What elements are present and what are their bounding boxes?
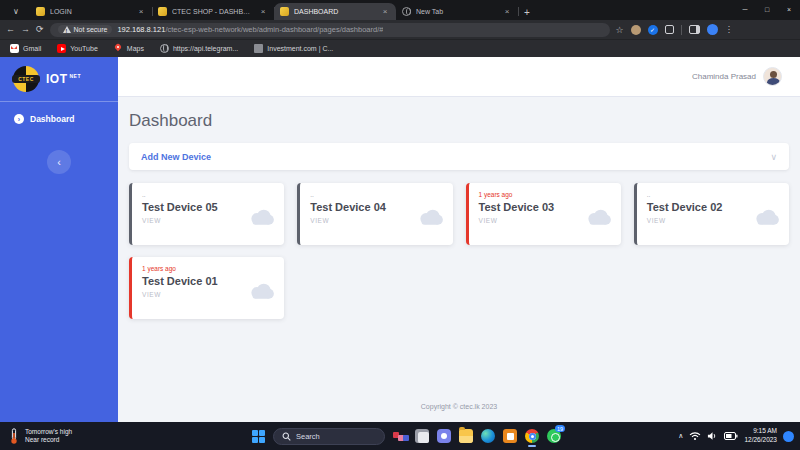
tab-new-tab[interactable]: New Tab × bbox=[396, 3, 518, 20]
ctec-logo-icon: CTEC bbox=[13, 66, 39, 92]
extension-check-icon[interactable]: ✓ bbox=[648, 25, 658, 35]
add-device-panel[interactable]: Add New Device ∨ bbox=[129, 143, 789, 170]
device-card: .. Test Device 05 VIEW bbox=[129, 183, 284, 245]
weather-widget[interactable]: Tomorrow's high Near record bbox=[0, 428, 72, 445]
maximize-button[interactable]: □ bbox=[756, 0, 778, 18]
tab-close-icon[interactable]: × bbox=[380, 7, 390, 16]
extension-icon[interactable] bbox=[631, 25, 641, 35]
active-app-indicator bbox=[528, 445, 536, 447]
tab-close-icon[interactable]: × bbox=[258, 7, 268, 16]
sidebar-collapse-button[interactable]: ‹ bbox=[47, 150, 71, 174]
brand-suffix: NET bbox=[70, 73, 82, 79]
tab-login[interactable]: LOGIN × bbox=[30, 3, 152, 20]
device-card-alert: 1 years ago Test Device 01 VIEW bbox=[129, 257, 284, 319]
file-explorer-icon[interactable] bbox=[459, 429, 473, 443]
security-chip[interactable]: ! Not secure bbox=[58, 25, 113, 34]
chevron-down-icon[interactable]: ∨ bbox=[770, 152, 777, 162]
battery-icon[interactable] bbox=[724, 432, 738, 440]
maps-pin-icon bbox=[114, 44, 123, 53]
new-tab-button[interactable]: + bbox=[524, 7, 530, 18]
volume-icon[interactable] bbox=[707, 431, 718, 441]
reload-button[interactable]: ⟳ bbox=[36, 25, 44, 34]
brand-name: IOTNET bbox=[46, 72, 81, 86]
whatsapp-icon[interactable]: 19 bbox=[547, 429, 561, 443]
tab-dashboard-active[interactable]: DASHBOARD × bbox=[274, 3, 396, 20]
office-app-icon[interactable] bbox=[503, 429, 517, 443]
topbar: Chaminda Prasad bbox=[118, 57, 800, 97]
extension-square-icon[interactable] bbox=[665, 25, 674, 34]
tray-expand-icon[interactable]: ∧ bbox=[678, 432, 683, 440]
page-title: Dashboard bbox=[129, 111, 789, 131]
globe-icon bbox=[160, 44, 169, 53]
copyright-footer: Copyright © ctec.lk 2023 bbox=[129, 393, 789, 414]
taskbar-search[interactable]: Search bbox=[273, 428, 385, 445]
teams-chat-icon[interactable] bbox=[437, 429, 451, 443]
edge-browser-icon[interactable] bbox=[481, 429, 495, 443]
page-viewport: CTEC IOTNET › Dashboard ‹ Chaminda Prasa… bbox=[0, 57, 800, 422]
cloud-icon bbox=[248, 283, 275, 300]
system-tray: ∧ 9:15 AM 12/26/2023 bbox=[678, 427, 794, 445]
weather-text: Tomorrow's high Near record bbox=[25, 428, 72, 445]
taskbar-clock[interactable]: 9:15 AM 12/26/2023 bbox=[744, 427, 777, 445]
warning-icon: ! bbox=[63, 26, 71, 33]
search-icon bbox=[282, 432, 291, 441]
device-card: .. Test Device 04 VIEW bbox=[297, 183, 452, 245]
wifi-icon[interactable] bbox=[689, 431, 701, 441]
tab-ctec-shop[interactable]: CTEC SHOP - DASHBOARD × bbox=[152, 3, 274, 20]
thermometer-icon bbox=[9, 428, 19, 444]
sidebar-item-label: Dashboard bbox=[30, 114, 74, 124]
site-favicon bbox=[158, 7, 167, 16]
forward-button[interactable]: → bbox=[21, 25, 30, 34]
brand[interactable]: CTEC IOTNET bbox=[0, 57, 118, 101]
device-card: .. Test Device 02 VIEW bbox=[634, 183, 789, 245]
device-meta: 1 years ago bbox=[142, 265, 274, 273]
bookmark-investment[interactable]: Investment.com | C... bbox=[254, 44, 333, 53]
globe-favicon bbox=[402, 7, 411, 16]
tab-label: CTEC SHOP - DASHBOARD bbox=[172, 8, 253, 15]
browser-tab-strip: ∨ LOGIN × CTEC SHOP - DASHBOARD × DASHBO… bbox=[0, 0, 800, 20]
taskbar-center: Search 19 bbox=[252, 428, 561, 445]
device-meta: .. bbox=[310, 191, 442, 199]
sidebar-item-dashboard[interactable]: › Dashboard bbox=[0, 102, 118, 136]
tab-label: DASHBOARD bbox=[294, 8, 375, 15]
bookmark-gmail[interactable]: Gmail bbox=[10, 44, 41, 53]
window-controls: ─ □ × bbox=[734, 0, 800, 20]
screen: ∨ LOGIN × CTEC SHOP - DASHBOARD × DASHBO… bbox=[0, 0, 800, 450]
profile-avatar-icon[interactable] bbox=[707, 24, 718, 35]
tab-close-icon[interactable]: × bbox=[136, 7, 146, 16]
close-window-button[interactable]: × bbox=[778, 0, 800, 18]
add-device-label: Add New Device bbox=[141, 152, 211, 162]
user-avatar[interactable] bbox=[763, 67, 782, 86]
address-bar[interactable]: ! Not secure 192.168.8.121/ctec-esp-web-… bbox=[50, 23, 610, 37]
user-name[interactable]: Chaminda Prasad bbox=[692, 72, 756, 81]
tab-label: LOGIN bbox=[50, 8, 131, 15]
device-meta: .. bbox=[647, 191, 779, 199]
sidebar: CTEC IOTNET › Dashboard ‹ bbox=[0, 57, 118, 422]
start-button[interactable] bbox=[252, 430, 265, 443]
toolbar-actions: ☆ ✓ ⋮ bbox=[616, 24, 733, 35]
device-meta: .. bbox=[142, 191, 274, 199]
chrome-icon[interactable] bbox=[525, 429, 539, 443]
bookmark-youtube[interactable]: YouTube bbox=[57, 44, 98, 53]
security-label: Not secure bbox=[74, 26, 108, 33]
back-button[interactable]: ← bbox=[6, 25, 15, 34]
dashboard-icon: › bbox=[14, 114, 24, 124]
pinned-app-icon[interactable] bbox=[393, 429, 407, 443]
bookmark-maps[interactable]: Maps bbox=[114, 44, 144, 53]
notifications-badge[interactable] bbox=[783, 431, 794, 442]
task-view-icon[interactable] bbox=[415, 429, 429, 443]
browser-menu-icon[interactable]: ⋮ bbox=[725, 25, 733, 34]
minimize-button[interactable]: ─ bbox=[734, 0, 756, 18]
site-favicon bbox=[280, 7, 289, 16]
url-host: 192.168.8.121 bbox=[117, 25, 165, 34]
tab-search-button[interactable]: ∨ bbox=[5, 3, 27, 19]
tab-label: New Tab bbox=[416, 8, 497, 15]
bookmark-star-icon[interactable]: ☆ bbox=[616, 25, 624, 35]
investment-icon bbox=[254, 44, 263, 53]
side-panel-icon[interactable] bbox=[689, 25, 700, 34]
search-label: Search bbox=[296, 432, 320, 441]
whatsapp-badge: 19 bbox=[555, 425, 565, 432]
bookmarks-bar: Gmail YouTube Maps https://api.telegram.… bbox=[0, 39, 800, 57]
bookmark-telegram[interactable]: https://api.telegram... bbox=[160, 44, 238, 53]
tab-close-icon[interactable]: × bbox=[502, 7, 512, 16]
